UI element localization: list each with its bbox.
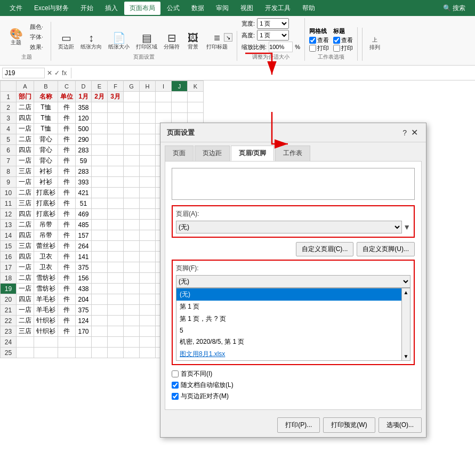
tab-sheet[interactable]: 工作表 — [275, 146, 310, 161]
table-row: 1 部门 名称 单位 1月 2月 3月 — [1, 92, 204, 102]
dialog-tabs: 页面 页边距 页眉/页脚 工作表 — [160, 142, 426, 161]
col-header-j[interactable]: J — [172, 81, 188, 92]
checkbox-group: 首页不同(I) 随文档自动缩放(L) 与页边距对齐(M) — [172, 369, 415, 401]
ribbon-btn-breaks[interactable]: ⊟ 分隔符 — [161, 31, 182, 52]
footer-select[interactable]: (无) — [176, 275, 410, 288]
menu-developer[interactable]: 开发工具 — [260, 2, 296, 15]
ribbon-btn-orientation[interactable]: ↕ 纸张方向 — [78, 31, 104, 52]
dialog-close-button[interactable]: ✕ — [409, 127, 420, 138]
orientation-icon: ↕ — [88, 33, 94, 43]
headings-print-checkbox[interactable] — [333, 45, 340, 52]
gridlines-print-checkbox[interactable] — [309, 45, 316, 52]
menu-bar: 文件 Excel与财务 开始 插入 页面布局 公式 数据 审阅 视图 开发工具 … — [0, 0, 475, 16]
print-area-icon: ▤ — [142, 33, 152, 43]
theme-icon: 🎨 — [10, 28, 23, 39]
col-header-b[interactable]: B — [34, 81, 58, 92]
background-icon: 🖼 — [188, 33, 198, 43]
footer-label: 页脚(F): — [176, 264, 410, 273]
ribbon-btn-size[interactable]: 📄 纸张大小 — [106, 31, 132, 52]
ribbon-btn-print-area[interactable]: ▤ 打印区域 — [133, 31, 160, 52]
tab-page[interactable]: 页面 — [165, 146, 194, 161]
menu-excel-finance[interactable]: Excel与财务 — [29, 2, 74, 15]
header-section: 页眉(A): (无) ▼ — [172, 205, 415, 238]
confirm-formula-icon[interactable]: ✓ — [54, 69, 60, 77]
col-header-a[interactable]: A — [17, 81, 34, 92]
scale-input[interactable] — [269, 42, 293, 52]
headings-view-label: 查看 — [333, 36, 353, 44]
ribbon-btn-color[interactable]: 颜色· — [27, 22, 46, 32]
menu-view[interactable]: 视图 — [235, 2, 259, 15]
menu-formula[interactable]: 公式 — [162, 2, 185, 15]
scale-with-doc-checkbox[interactable] — [172, 382, 179, 389]
dropdown-item[interactable]: 机密, 2020/8/5, 第 1 页 — [176, 336, 410, 348]
width-select[interactable]: 1 页 — [257, 18, 289, 29]
dropdown-item[interactable]: 图文用8月1.xlsx — [176, 348, 410, 360]
align-with-margins-label: 与页边距对齐(M) — [181, 392, 229, 401]
col-header-d[interactable]: D — [76, 81, 92, 92]
page-setup-dialog-launcher[interactable]: ↘ — [224, 33, 232, 42]
col-header-f[interactable]: F — [108, 81, 124, 92]
ribbon-group-sheet-options: 网格线 查看 打印 标题 查看 打印 — [307, 27, 358, 61]
formula-input[interactable] — [74, 69, 473, 77]
dropdown-item[interactable]: 5 — [176, 325, 410, 336]
menu-insert[interactable]: 插入 — [100, 2, 123, 15]
dropdown-scroll-up[interactable]: ▲ — [402, 288, 410, 296]
dialog-title: 页面设置 — [167, 128, 195, 138]
menu-file[interactable]: 文件 — [4, 2, 28, 15]
gridlines-view-checkbox[interactable] — [309, 37, 316, 44]
scale-with-doc-label: 随文档自动缩放(L) — [181, 381, 234, 390]
dropdown-scroll-down[interactable]: ▼ — [402, 352, 410, 360]
table-row: 2 二店T恤件358 — [1, 102, 204, 113]
print-preview-button[interactable]: 打印预览(W) — [323, 417, 375, 433]
ribbon-btn-background[interactable]: 🖼 背景 — [183, 31, 203, 52]
size-icon: 📄 — [112, 33, 126, 43]
ribbon: 🎨 主题 颜色· 字体· 效果· 主题 ▭ 页边距 ↕ 纸 — [0, 16, 475, 66]
col-header-k[interactable]: K — [188, 81, 204, 92]
tab-margins[interactable]: 页边距 — [195, 146, 230, 161]
col-header-h[interactable]: H — [140, 81, 156, 92]
dialog-footer-buttons: 打印(P)... 打印预览(W) 选项(O)... — [160, 414, 426, 437]
headings-view-checkbox[interactable] — [333, 37, 340, 44]
cell-reference-input[interactable] — [2, 68, 45, 78]
align-with-margins-checkbox[interactable] — [172, 393, 179, 400]
col-header-i[interactable]: I — [156, 81, 172, 92]
margins-icon: ▭ — [61, 33, 71, 43]
menu-data[interactable]: 数据 — [186, 2, 210, 15]
function-icon[interactable]: fx — [62, 69, 67, 77]
dropdown-item[interactable]: 第 1 页 — [176, 301, 410, 313]
custom-footer-button[interactable]: 自定义页脚(U)... — [357, 242, 415, 256]
menu-start[interactable]: 开始 — [75, 2, 99, 15]
tab-header-footer[interactable]: 页眉/页脚 — [231, 146, 274, 161]
ribbon-btn-effect[interactable]: 效果· — [27, 42, 46, 52]
ribbon-btn-font[interactable]: 字体· — [27, 32, 46, 42]
header-label: 页眉(A): — [176, 209, 410, 219]
header-select[interactable]: (无) — [176, 221, 402, 233]
col-header-e[interactable]: E — [92, 81, 108, 92]
menu-page-layout[interactable]: 页面布局 — [124, 2, 160, 15]
dropdown-item[interactable]: 第 1 页，共 ? 页 — [176, 313, 410, 325]
header-dropdown-arrow[interactable]: ▼ — [403, 223, 410, 231]
menu-search[interactable]: 🔍 搜索 — [438, 2, 471, 15]
print-button[interactable]: 打印(P)... — [277, 417, 320, 433]
height-select[interactable]: 1 页 — [257, 30, 289, 41]
checkbox-row-first-different: 首页不同(I) — [172, 369, 415, 378]
first-page-different-checkbox[interactable] — [172, 370, 179, 377]
col-header-c[interactable]: C — [58, 81, 76, 92]
menu-review[interactable]: 审阅 — [211, 2, 234, 15]
ribbon-group-scale: 宽度: 1 页 高度: 1 页 缩放比例: % — [239, 18, 305, 61]
cancel-formula-icon[interactable]: ✕ — [47, 69, 52, 77]
corner-header — [1, 81, 17, 92]
col-header-g[interactable]: G — [124, 81, 140, 92]
ribbon-btn-theme[interactable]: 🎨 主题 — [6, 27, 26, 48]
first-page-different-label: 首页不同(I) — [181, 369, 212, 378]
menu-help[interactable]: 帮助 — [297, 2, 320, 15]
options-button[interactable]: 选项(O)... — [379, 417, 422, 433]
print-titles-icon: ≡ — [214, 33, 220, 43]
dialog-help-button[interactable]: ? — [402, 128, 407, 137]
footer-dropdown[interactable]: ▲ ▼ (无) 第 1 页 第 1 页，共 ? 页 5 机密, 2020/8/5… — [176, 288, 410, 361]
ribbon-btn-margins[interactable]: ▭ 页边距 — [55, 31, 77, 52]
headings-print-label: 打印 — [333, 44, 353, 52]
ribbon-btn-arrange[interactable]: 上 排列 — [367, 35, 383, 53]
custom-header-button[interactable]: 自定义页眉(C)... — [296, 242, 354, 256]
dropdown-item[interactable]: (无) — [176, 288, 410, 301]
